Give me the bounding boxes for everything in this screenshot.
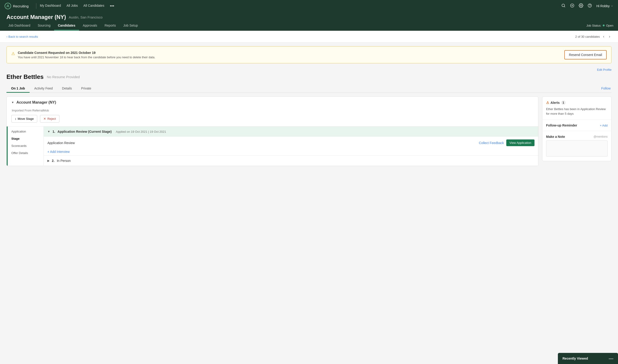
status-dot-open bbox=[603, 25, 605, 26]
alert-message: Ether Bettles has been in Application Re… bbox=[546, 107, 608, 116]
job-card: ▼ Account Manager (NY) Imported From Ref… bbox=[6, 96, 539, 166]
stage-layout: Application Stage Scorecards Offer Detai… bbox=[7, 126, 538, 166]
candidate-tab-bar: On 1 Job Activity Feed Details Private F… bbox=[6, 84, 612, 93]
sidebar-stage[interactable]: Stage bbox=[10, 135, 43, 142]
job-card-chevron-icon[interactable]: ▼ bbox=[11, 101, 14, 104]
stage-2-title: In Person bbox=[57, 159, 71, 163]
note-label: Make a Note bbox=[546, 135, 565, 139]
stage-sidebar: Application Stage Scorecards Offer Detai… bbox=[7, 127, 44, 166]
reject-icon: ✕ bbox=[43, 117, 46, 120]
alerts-header: ⚠ Alerts 1 bbox=[546, 100, 608, 105]
nav-link-candidates[interactable]: All Candidates bbox=[83, 4, 104, 9]
settings-icon[interactable] bbox=[579, 3, 583, 9]
cand-tab-details[interactable]: Details bbox=[57, 84, 77, 92]
back-to-search-link[interactable]: ‹ Back to search results bbox=[6, 35, 38, 39]
stage-2-number: 2. bbox=[52, 159, 55, 163]
nav-more-button[interactable]: ••• bbox=[110, 4, 114, 9]
view-application-button[interactable]: View Application bbox=[506, 140, 535, 146]
job-tabs: Job Dashboard Sourcing Candidates Approv… bbox=[5, 20, 586, 30]
job-status-label: Job Status: bbox=[586, 24, 601, 27]
substage-actions: Collect Feedback View Application bbox=[479, 140, 535, 146]
consent-text: Candidate Consent Requested on 2021 Octo… bbox=[18, 51, 155, 59]
search-icon[interactable] bbox=[561, 3, 566, 9]
resend-consent-email-button[interactable]: Resend Consent Email bbox=[564, 50, 607, 59]
cand-tab-private[interactable]: Private bbox=[77, 84, 96, 92]
job-status-value: Open bbox=[606, 24, 613, 27]
add-icon[interactable] bbox=[570, 3, 575, 9]
stage-content-area: ▼ 1. Application Review (Current Stage) … bbox=[44, 127, 538, 166]
side-panel: ⚠ Alerts 1 Ether Bettles has been in App… bbox=[542, 96, 612, 161]
reject-button[interactable]: ✕ Reject bbox=[40, 115, 59, 123]
stage-1-dates: Applied on 19 Oct 2021 | 19 Oct 2021 bbox=[116, 130, 166, 133]
tab-job-setup[interactable]: Job Setup bbox=[120, 20, 142, 30]
mentions-link[interactable]: @mentions bbox=[593, 135, 608, 138]
svg-point-1 bbox=[562, 4, 565, 7]
no-resume-label: No Resume Provided bbox=[47, 75, 80, 79]
job-location: Austin, San Francisco bbox=[69, 15, 103, 19]
move-stage-icon: ↕ bbox=[15, 117, 16, 120]
alert-warning-icon: ⚠ bbox=[546, 101, 549, 105]
follow-button[interactable]: Follow bbox=[601, 87, 612, 90]
note-header: Make a Note @mentions bbox=[546, 135, 608, 139]
move-stage-label: Move Stage bbox=[18, 117, 34, 120]
user-menu[interactable]: Hi Robby bbox=[596, 4, 613, 8]
app-name: Recruiting bbox=[13, 4, 29, 8]
logo-icon bbox=[5, 3, 11, 9]
candidate-pagination: 2 of 30 candidates ‹ › bbox=[575, 34, 612, 39]
consent-subtitle: You have until 2021 November 18 to hear … bbox=[18, 55, 155, 59]
move-stage-button[interactable]: ↕ Move Stage bbox=[11, 115, 37, 123]
tab-candidates[interactable]: Candidates bbox=[54, 20, 79, 30]
tab-job-dashboard[interactable]: Job Dashboard bbox=[5, 20, 34, 30]
cand-tab-on-job[interactable]: On 1 Job bbox=[6, 84, 30, 92]
followup-label: Follow-up Reminder bbox=[546, 123, 577, 127]
edit-profile-link[interactable]: Edit Profile bbox=[597, 68, 612, 71]
candidate-name: Ether Bettles bbox=[6, 73, 43, 80]
job-tab-navigation: Job Dashboard Sourcing Candidates Approv… bbox=[0, 20, 618, 31]
main-content-area: ▼ Account Manager (NY) Imported From Ref… bbox=[0, 93, 618, 170]
substage-label: Application Review bbox=[47, 141, 75, 145]
tab-approvals[interactable]: Approvals bbox=[79, 20, 101, 30]
sidebar-scorecards[interactable]: Scorecards bbox=[10, 142, 43, 149]
note-input[interactable] bbox=[546, 140, 608, 156]
nav-link-jobs[interactable]: All Jobs bbox=[67, 4, 78, 9]
help-icon[interactable] bbox=[588, 3, 592, 9]
alerts-count-badge: 1 bbox=[561, 100, 566, 105]
stage-2-chevron-icon[interactable]: ▶ bbox=[47, 159, 50, 162]
cand-tab-activity-feed[interactable]: Activity Feed bbox=[30, 84, 57, 92]
nav-links: My Dashboard All Jobs All Candidates ••• bbox=[40, 4, 561, 9]
svg-point-5 bbox=[590, 6, 590, 6]
collect-feedback-link[interactable]: Collect Feedback bbox=[479, 141, 504, 145]
add-interview-link[interactable]: + Add Interview bbox=[44, 149, 538, 156]
alerts-section: ⚠ Alerts 1 Ether Bettles has been in App… bbox=[542, 97, 611, 120]
job-title: Account Manager (NY) bbox=[6, 14, 66, 20]
stage-1-number: 1. bbox=[52, 130, 55, 133]
stage-1-title: Application Review (Current Stage) bbox=[58, 130, 112, 133]
stage-1-chevron-icon[interactable]: ▼ bbox=[47, 130, 50, 133]
consent-banner: ⚠ Candidate Consent Requested on 2021 Oc… bbox=[6, 46, 612, 63]
consent-warning-icon: ⚠ bbox=[11, 51, 15, 56]
prev-candidate-button[interactable]: ‹ bbox=[602, 34, 605, 39]
note-section: Make a Note @mentions bbox=[542, 131, 611, 161]
candidate-tabs-list: On 1 Job Activity Feed Details Private bbox=[6, 84, 96, 92]
job-status: Job Status: Open bbox=[586, 24, 613, 27]
job-header: Account Manager (NY) Austin, San Francis… bbox=[0, 12, 618, 20]
edit-profile-row: Edit Profile bbox=[0, 67, 618, 73]
stage-2-header: ▶ 2. In Person bbox=[44, 156, 538, 166]
job-card-header: ▼ Account Manager (NY) bbox=[7, 97, 538, 108]
tab-sourcing[interactable]: Sourcing bbox=[34, 20, 54, 30]
substage-application-review: Application Review Collect Feedback View… bbox=[44, 137, 538, 149]
app-logo[interactable]: Recruiting bbox=[5, 3, 29, 9]
add-followup-link[interactable]: + Add bbox=[600, 124, 608, 127]
candidate-name-row: Ether Bettles No Resume Provided bbox=[6, 73, 612, 80]
user-greeting: Hi Robby bbox=[596, 4, 610, 8]
tab-reports[interactable]: Reports bbox=[101, 20, 120, 30]
stage-1-header: ▼ 1. Application Review (Current Stage) … bbox=[44, 127, 538, 137]
next-candidate-button[interactable]: › bbox=[608, 34, 612, 39]
back-label: Back to search results bbox=[8, 35, 38, 39]
sidebar-application[interactable]: Application bbox=[10, 127, 43, 135]
nav-link-dashboard[interactable]: My Dashboard bbox=[40, 4, 61, 9]
nav-actions: Hi Robby bbox=[561, 3, 613, 9]
alerts-title: Alerts bbox=[551, 101, 560, 104]
top-navigation: Recruiting My Dashboard All Jobs All Can… bbox=[0, 0, 618, 12]
sidebar-offer-details[interactable]: Offer Details bbox=[10, 149, 43, 158]
